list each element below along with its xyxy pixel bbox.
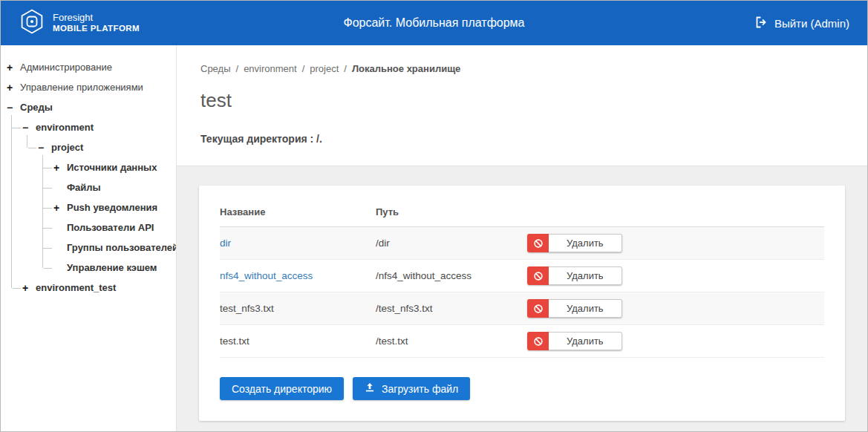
sidebar-item-data-sources[interactable]: + Источники данных bbox=[53, 157, 173, 177]
sidebar-item-user-groups[interactable]: Группы пользователей bbox=[53, 238, 173, 258]
nav-tree: + Администрирование + Управление приложе… bbox=[7, 57, 173, 298]
card-actions: Создать директорию Загрузить файл bbox=[220, 377, 824, 400]
table-header-row: Название Путь bbox=[220, 196, 824, 227]
table-row: dir /dir Удалить bbox=[220, 227, 824, 260]
file-path: /test_nfs3.txt bbox=[376, 292, 527, 325]
file-name-link[interactable]: dir bbox=[220, 238, 231, 249]
logout-icon bbox=[754, 16, 768, 31]
expand-icon[interactable]: + bbox=[22, 283, 33, 293]
prohibition-icon bbox=[527, 266, 549, 285]
sidebar-item-label[interactable]: Push уведомления bbox=[65, 202, 157, 213]
table-row: test_nfs3.txt /test_nfs3.txt Удалить bbox=[220, 292, 824, 325]
sidebar-item-project[interactable]: − project bbox=[38, 137, 173, 157]
sidebar-item-app-management-li: + Управление приложениями bbox=[7, 77, 173, 97]
sidebar-item-app-management[interactable]: + Управление приложениями bbox=[7, 77, 173, 97]
page-head: Среды / environment / project / Локально… bbox=[177, 45, 867, 166]
breadcrumb: Среды / environment / project / Локально… bbox=[200, 63, 843, 74]
file-path: /nfs4_without_access bbox=[376, 260, 527, 292]
foresight-logo-icon bbox=[19, 8, 45, 38]
column-header-path: Путь bbox=[376, 196, 527, 227]
sidebar-item-label[interactable]: Среды bbox=[18, 102, 53, 113]
sidebar-item-api-users[interactable]: Пользователи API bbox=[53, 217, 173, 238]
sidebar-item-label[interactable]: project bbox=[49, 142, 83, 153]
file-name: test.txt bbox=[220, 336, 249, 347]
header: Foresight MOBILE PLATFORM Форсайт. Мобил… bbox=[1, 1, 867, 45]
delete-button[interactable]: Удалить bbox=[527, 332, 622, 350]
brand-title: Foresight bbox=[53, 12, 140, 24]
current-directory-label: Текущая директория : /. bbox=[200, 133, 843, 145]
collapse-icon[interactable]: − bbox=[22, 122, 33, 133]
files-card: Название Путь dir /dir bbox=[199, 186, 845, 421]
expand-icon[interactable]: + bbox=[53, 163, 65, 173]
sidebar-item-api-users-li: Пользователи API bbox=[53, 217, 173, 238]
sidebar-item-environments[interactable]: − Среды bbox=[7, 97, 173, 117]
breadcrumb-separator: / bbox=[344, 63, 347, 74]
main-area: Среды / environment / project / Локально… bbox=[177, 45, 867, 431]
sidebar-item-administration[interactable]: + Администрирование bbox=[7, 57, 173, 77]
sidebar-item-files[interactable]: Файлы bbox=[53, 177, 173, 197]
delete-button[interactable]: Удалить bbox=[527, 234, 622, 252]
breadcrumb-current: Локальное хранилище bbox=[352, 63, 460, 74]
app-title: Форсайт. Мобильная платформа bbox=[344, 16, 525, 30]
sidebar-item-user-groups-li: Группы пользователей bbox=[53, 238, 173, 258]
sidebar-item-cache-li: Управление кэшем bbox=[53, 258, 173, 278]
sidebar-item-label[interactable]: Группы пользователей bbox=[65, 242, 177, 253]
sidebar-item-data-sources-li: + Источники данных bbox=[53, 157, 173, 177]
delete-button-label: Удалить bbox=[549, 299, 622, 318]
collapse-icon[interactable]: − bbox=[38, 143, 49, 153]
sidebar-item-label[interactable]: Источники данных bbox=[65, 162, 157, 173]
file-path: /test.txt bbox=[376, 325, 527, 358]
delete-button-label: Удалить bbox=[549, 234, 622, 252]
sidebar-item-environments-li: − Среды − environment bbox=[7, 97, 173, 298]
upload-file-label: Загрузить файл bbox=[382, 383, 458, 395]
logout-label: Выйти (Admin) bbox=[774, 17, 849, 30]
brand: Foresight MOBILE PLATFORM bbox=[19, 8, 140, 38]
breadcrumb-separator: / bbox=[236, 63, 239, 74]
sidebar-item-label[interactable]: Файлы bbox=[65, 182, 101, 193]
delete-button[interactable]: Удалить bbox=[527, 266, 622, 285]
prohibition-icon bbox=[527, 234, 549, 252]
sidebar-item-environment-test-li: + environment_test bbox=[22, 278, 173, 298]
file-name: test_nfs3.txt bbox=[220, 303, 274, 314]
sidebar-item-label[interactable]: environment_test bbox=[33, 282, 116, 293]
file-path: /dir bbox=[376, 227, 527, 260]
sidebar-item-label[interactable]: environment bbox=[33, 122, 94, 133]
create-directory-label: Создать директорию bbox=[232, 383, 332, 395]
expand-icon[interactable]: + bbox=[53, 203, 65, 213]
page-title: test bbox=[200, 89, 843, 112]
breadcrumb-item[interactable]: Среды bbox=[200, 63, 231, 74]
delete-button-label: Удалить bbox=[549, 266, 622, 285]
sidebar-item-label[interactable]: Управление кэшем bbox=[65, 262, 157, 273]
sidebar-item-push-li: + Push уведомления bbox=[53, 197, 173, 217]
content-area: Название Путь dir /dir bbox=[177, 166, 867, 431]
app-window: Foresight MOBILE PLATFORM Форсайт. Мобил… bbox=[0, 0, 868, 432]
breadcrumb-item[interactable]: environment bbox=[244, 63, 297, 74]
expand-icon[interactable]: + bbox=[7, 82, 18, 93]
sidebar-item-label[interactable]: Администрирование bbox=[18, 62, 112, 73]
create-directory-button[interactable]: Создать директорию bbox=[220, 377, 344, 400]
upload-file-button[interactable]: Загрузить файл bbox=[353, 377, 470, 400]
sidebar-item-push-notifications[interactable]: + Push уведомления bbox=[53, 197, 173, 217]
prohibition-icon bbox=[527, 332, 549, 350]
brand-text: Foresight MOBILE PLATFORM bbox=[53, 12, 140, 33]
sidebar-item-environment[interactable]: − environment bbox=[22, 117, 173, 137]
sidebar-item-environment-li: − environment − project bbox=[22, 117, 173, 278]
file-name-link[interactable]: nfs4_without_access bbox=[220, 270, 313, 281]
table-row: test.txt /test.txt Удалить bbox=[220, 325, 824, 358]
sidebar-item-label[interactable]: Пользователи API bbox=[65, 222, 154, 233]
sidebar-item-files-li: Файлы bbox=[53, 177, 173, 197]
sidebar-item-label[interactable]: Управление приложениями bbox=[18, 82, 143, 93]
expand-icon[interactable]: + bbox=[7, 62, 18, 73]
column-header-name: Название bbox=[220, 196, 376, 227]
delete-button[interactable]: Удалить bbox=[527, 299, 622, 318]
column-header-actions bbox=[527, 196, 824, 227]
logout-button[interactable]: Выйти (Admin) bbox=[754, 16, 849, 31]
sidebar: + Администрирование + Управление приложе… bbox=[1, 45, 177, 431]
breadcrumb-item[interactable]: project bbox=[310, 63, 339, 74]
files-table: Название Путь dir /dir bbox=[220, 196, 824, 358]
sidebar-item-environment-test[interactable]: + environment_test bbox=[22, 278, 173, 298]
sidebar-item-cache-management[interactable]: Управление кэшем bbox=[53, 258, 173, 278]
collapse-icon[interactable]: − bbox=[7, 102, 18, 113]
sidebar-item-administration-li: + Администрирование bbox=[7, 57, 173, 77]
delete-button-label: Удалить bbox=[549, 332, 622, 350]
